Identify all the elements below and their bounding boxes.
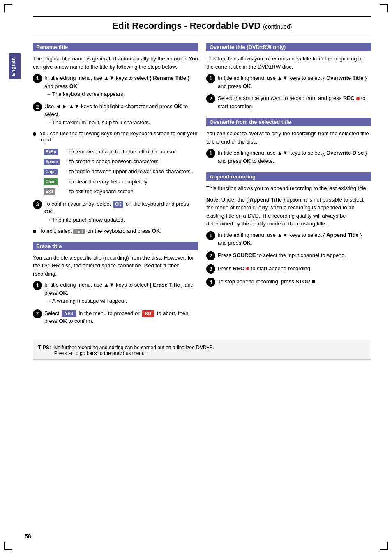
overwrite-title-header: Overwrite title (DVD±RW only) <box>206 43 371 51</box>
overwrite-step-2-content: Select the source you want to record fro… <box>218 94 371 110</box>
erase-step-num-2: 2 <box>33 309 42 318</box>
exit-desc: : to exit the keyboard screen. <box>64 187 196 197</box>
rename-title-header: Rename title <box>33 43 198 51</box>
rename-title-intro: The original title name is generated aut… <box>33 55 198 71</box>
overwrite-step-2: 2 Select the source you want to record f… <box>206 94 371 110</box>
append-note: Note: Under the { Append Title } option,… <box>206 196 371 228</box>
erase-step-num-1: 1 <box>33 281 42 290</box>
exit-badge-2: Exit <box>73 229 85 234</box>
rename-title-section: Rename title The original title name is … <box>33 43 198 234</box>
bullet-dot-2 <box>33 230 36 233</box>
overwrite-step-1-content: In title editing menu, use ▲▼ keys to se… <box>218 74 371 90</box>
corner-bl <box>4 542 12 550</box>
bullet-dot-1 <box>33 132 36 136</box>
rename-step-2: 2 Use ◄ ► ▲▼ keys to highlight a charact… <box>33 102 198 127</box>
overwrite-selected-intro: You can select to overwrite only the rec… <box>206 130 371 146</box>
clear-badge: Clear <box>44 178 58 185</box>
overwrite-step-1: 1 In title editing menu, use ▲▼ keys to … <box>206 74 371 90</box>
clear-desc: : to clear the entry field completely. <box>64 177 196 187</box>
corner-br <box>380 542 388 550</box>
right-column: Overwrite title (DVD±RW only) This funct… <box>206 43 371 333</box>
rec-dot-1 <box>356 97 360 100</box>
corner-tl <box>4 4 12 12</box>
erase-step-2: 2 Select YES in the menu to proceed or N… <box>33 309 198 325</box>
key-row-space: Space : to create a space between charac… <box>41 157 196 167</box>
append-step-2: 2 Press SOURCE to select the input chann… <box>206 251 371 260</box>
rename-bullet-1: You can use the following keys on the ke… <box>33 130 198 143</box>
rec-dot-2 <box>246 267 249 270</box>
tips-label: TIPS: <box>38 345 51 350</box>
title-text: Edit Recordings - Recordable DVD <box>113 21 261 31</box>
key-row-clear: Clear : to clear the entry field complet… <box>41 177 196 187</box>
rename-bullet-2: To exit, select Exit on the keyboard and… <box>33 228 198 234</box>
stop-square <box>312 280 315 283</box>
overwrite-title-intro: This function allows you to record a new… <box>206 55 371 71</box>
page-number: 58 <box>25 533 31 540</box>
rename-step-1-arrow: The keyboard screen appears. <box>46 90 198 98</box>
rename-bullet-2-content: To exit, select Exit on the keyboard and… <box>39 228 161 234</box>
overwrite-sel-step-1: 1 In title editing menu, use ▲▼ keys to … <box>206 149 371 165</box>
page: English Edit Recordings - Recordable DVD… <box>0 0 392 554</box>
overwrite-selected-section: Overwrite from the selected title You ca… <box>206 118 371 165</box>
content-columns: Rename title The original title name is … <box>33 43 371 333</box>
space-desc: : to create a space between characters. <box>64 157 196 167</box>
key-row-bksp: BkSp : to remove a character to the left… <box>41 147 196 157</box>
append-step-4: 4 To stop append recording, press STOP . <box>206 278 371 287</box>
space-badge: Space <box>44 159 60 165</box>
append-recording-intro: This function allows you to append recor… <box>206 184 371 192</box>
append-step-1: 1 In title editing menu, use ▲▼ keys to … <box>206 231 371 247</box>
yes-badge: YES <box>62 310 76 317</box>
title-continued: (continued) <box>263 23 292 30</box>
overwrite-title-section: Overwrite title (DVD±RW only) This funct… <box>206 43 371 110</box>
no-badge: NO <box>142 310 154 317</box>
append-step-num-3: 3 <box>206 264 215 274</box>
tips-box: TIPS: No further recording and editing c… <box>33 341 371 360</box>
key-row-exit: Exit : to exit the keyboard screen. <box>41 187 196 197</box>
key-table: BkSp : to remove a character to the left… <box>41 147 196 197</box>
erase-step-1: 1 In title editing menu, use ▲▼ keys to … <box>33 281 198 305</box>
ok-badge: OK <box>113 201 123 208</box>
append-step-1-content: In title editing menu, use ▲▼ keys to se… <box>218 231 371 247</box>
bksp-badge: BkSp <box>44 149 58 155</box>
tips-line-1: No further recording and editing can be … <box>54 345 214 350</box>
rename-step-3-content: To confirm your entry, select OK on the … <box>44 200 198 224</box>
rename-step-2-content: Use ◄ ► ▲▼ keys to highlight a character… <box>44 102 198 127</box>
erase-step-1-arrow: A warning message will appear. <box>46 297 198 305</box>
erase-step-1-content: In title editing menu, use ▲▼ keys to se… <box>44 281 198 305</box>
append-recording-section: Append recording This function allows yo… <box>206 172 371 287</box>
erase-title-intro: You can delete a specific title (recordi… <box>33 254 198 278</box>
exit-badge: Exit <box>44 188 55 195</box>
append-step-num-1: 1 <box>206 231 215 240</box>
left-column: Rename title The original title name is … <box>33 43 198 333</box>
bksp-desc: : to remove a character to the left of t… <box>64 147 196 157</box>
sidebar-language-label: English <box>9 53 21 79</box>
erase-title-section: Erase title You can delete a specific ti… <box>33 242 198 325</box>
step-num-3: 3 <box>33 200 42 209</box>
overwrite-sel-step-num-1: 1 <box>206 149 215 158</box>
overwrite-selected-header: Overwrite from the selected title <box>206 118 371 126</box>
append-step-3: 3 Press REC to start append recording. <box>206 264 371 274</box>
rename-step-2-arrow: The maximum input is up to 9 characters. <box>46 118 198 127</box>
caps-desc: : to toggle between upper and lower case… <box>64 167 196 176</box>
caps-badge: Caps <box>44 169 58 175</box>
rename-step-1: 1 In title editing menu, use ▲▼ keys to … <box>33 74 198 98</box>
append-step-num-4: 4 <box>206 278 215 287</box>
erase-step-2-content: Select YES in the menu to proceed or NO … <box>44 309 198 325</box>
erase-title-header: Erase title <box>33 242 198 250</box>
corner-tr <box>380 4 388 12</box>
step-num-2: 2 <box>33 102 42 111</box>
key-row-caps: Caps : to toggle between upper and lower… <box>41 167 196 176</box>
append-step-3-content: Press REC to start append recording. <box>218 264 312 273</box>
tips-content: No further recording and editing can be … <box>54 345 214 356</box>
page-title: Edit Recordings - Recordable DVD (contin… <box>33 16 371 35</box>
append-step-4-content: To stop append recording, press STOP . <box>218 278 317 286</box>
tips-line-2: Press ◄ to go back to the previous menu. <box>54 350 214 356</box>
append-recording-header: Append recording <box>206 172 371 181</box>
step-num-1: 1 <box>33 74 42 83</box>
rename-bullet-1-content: You can use the following keys on the ke… <box>39 130 198 143</box>
rename-step-3: 3 To confirm your entry, select OK on th… <box>33 200 198 224</box>
overwrite-sel-step-1-content: In title editing menu, use ▲▼ keys to se… <box>218 149 371 165</box>
append-step-num-2: 2 <box>206 251 215 260</box>
overwrite-step-num-1: 1 <box>206 74 215 83</box>
rename-step-1-content: In title editing menu, use ▲▼ keys to se… <box>44 74 198 98</box>
